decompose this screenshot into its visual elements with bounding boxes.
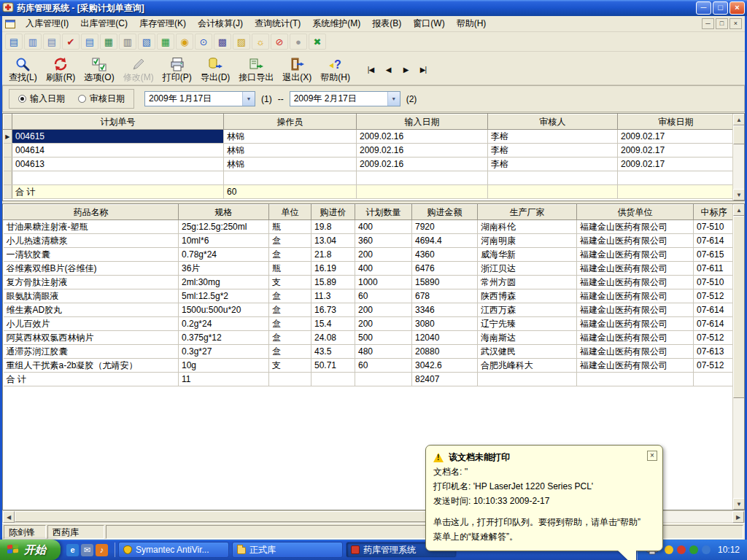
cell[interactable]: 60 bbox=[355, 289, 412, 303]
report-icon[interactable]: ▥ bbox=[119, 34, 136, 50]
quicklaunch-mail-icon[interactable]: ✉ bbox=[81, 544, 93, 556]
details-table-row[interactable]: 一清软胶囊0.78g*24盒21.82004360威海华新福建金山医药有限公司0… bbox=[4, 248, 735, 262]
money-icon[interactable]: ◉ bbox=[176, 34, 193, 50]
dropdown-arrow-icon[interactable] bbox=[387, 92, 400, 106]
details-column-header-5[interactable]: 计划数量 bbox=[355, 205, 412, 220]
cell[interactable]: 07-512 bbox=[694, 359, 735, 373]
balloon-body-line1[interactable]: 单击这儿，打开打印队列。要得到帮助，请单击“帮助” bbox=[433, 516, 655, 529]
cell[interactable]: 07-611 bbox=[694, 262, 735, 276]
cell[interactable]: 4694.4 bbox=[412, 234, 478, 248]
cell[interactable]: 2009.02.16 bbox=[357, 144, 488, 158]
plans-column-header-1[interactable]: 计划单号 bbox=[12, 114, 224, 130]
cell[interactable]: 重组人干扰素a-2b凝胶（尤靖安） bbox=[4, 359, 179, 373]
export-button[interactable]: 导出(D) bbox=[197, 53, 234, 84]
next-record-button[interactable]: ▶ bbox=[398, 62, 414, 77]
lamp-icon[interactable]: ☼ bbox=[252, 34, 269, 50]
cell[interactable]: 3346 bbox=[412, 303, 478, 317]
cell[interactable]: 004614 bbox=[12, 144, 224, 158]
cell[interactable]: 辽宁先臻 bbox=[478, 317, 577, 331]
cell[interactable]: 07-614 bbox=[694, 303, 735, 317]
cell[interactable]: 07-614 bbox=[694, 234, 735, 248]
save-doc-icon[interactable]: ▥ bbox=[24, 34, 42, 50]
minimize-button[interactable]: ─ bbox=[696, 1, 711, 15]
options-button[interactable]: 选项(O) bbox=[80, 53, 117, 84]
cell[interactable]: 盒 bbox=[269, 345, 311, 359]
details-table-row[interactable]: 谷维素双维B片(谷维佳)36片瓶16.194006476浙江贝达福建金山医药有限… bbox=[4, 262, 735, 276]
cell[interactable]: 10ml*6 bbox=[179, 234, 269, 248]
cell[interactable]: 眼氨肽滴眼液 bbox=[4, 289, 179, 303]
cell[interactable]: 福建金山医药有限公司 bbox=[577, 220, 694, 234]
quicklaunch-media-icon[interactable]: ♪ bbox=[96, 544, 108, 556]
cell[interactable]: 小儿热速清糖浆 bbox=[4, 234, 179, 248]
details-table-row[interactable]: 通滞苏润江胶囊0.3g*27盒43.548020880武汉健民福建金山医药有限公… bbox=[4, 345, 735, 359]
menu-item-6[interactable]: 系统维护(M) bbox=[306, 15, 366, 32]
plans-table-row[interactable]: 004613林锦2009.02.16李榕2009.02.17 bbox=[4, 158, 735, 171]
cell[interactable]: 林锦 bbox=[224, 130, 357, 144]
cell[interactable]: 武汉健民 bbox=[478, 345, 577, 359]
scroll-down-button[interactable] bbox=[733, 189, 745, 201]
cell[interactable]: 004615 bbox=[12, 130, 224, 144]
details-column-header-2[interactable]: 规格 bbox=[179, 205, 269, 220]
last-record-button[interactable]: ▶| bbox=[415, 62, 431, 77]
cell[interactable]: 2ml:30mg bbox=[179, 276, 269, 289]
first-record-button[interactable]: |◀ bbox=[363, 62, 379, 77]
cell[interactable]: 0.375g*12 bbox=[179, 331, 269, 345]
details-column-header-6[interactable]: 购进金额 bbox=[412, 205, 478, 220]
cell[interactable]: 3042.6 bbox=[412, 359, 478, 373]
cell[interactable]: 480 bbox=[355, 345, 412, 359]
cell[interactable]: 一清软胶囊 bbox=[4, 248, 179, 262]
cell[interactable]: 07-510 bbox=[694, 220, 735, 234]
cell[interactable]: 2009.02.16 bbox=[357, 130, 488, 144]
cell[interactable]: 678 bbox=[412, 289, 478, 303]
quicklaunch-ie-icon[interactable]: e bbox=[66, 544, 79, 556]
refresh-button[interactable]: 刷新(R) bbox=[42, 53, 80, 84]
cell[interactable]: 福建金山医药有限公司 bbox=[577, 303, 694, 317]
cell[interactable]: 河南明康 bbox=[478, 234, 577, 248]
details-column-header-8[interactable]: 供货单位 bbox=[577, 205, 694, 220]
date-to-combobox[interactable]: 2009年 2月17日 bbox=[290, 91, 400, 106]
cell[interactable]: 200 bbox=[355, 317, 412, 331]
details-column-header-3[interactable]: 单位 bbox=[269, 205, 311, 220]
stop-icon[interactable]: ⊘ bbox=[271, 34, 288, 50]
menu-item-1[interactable]: 入库管理(I) bbox=[20, 15, 74, 32]
tray-security-icon[interactable] bbox=[689, 545, 698, 554]
table-icon[interactable]: ▦ bbox=[100, 34, 117, 50]
cell[interactable]: 0.78g*24 bbox=[179, 248, 269, 262]
plans-column-header-5[interactable]: 审核日期 bbox=[618, 114, 735, 130]
plans-table-row[interactable]: 004614林锦2009.02.16李榕2009.02.17 bbox=[4, 144, 735, 158]
cell[interactable]: 07-510 bbox=[694, 276, 735, 289]
menu-item-2[interactable]: 出库管理(C) bbox=[74, 15, 133, 32]
cell[interactable]: 7920 bbox=[412, 220, 478, 234]
cell[interactable]: 福建金山医药有限公司 bbox=[577, 317, 694, 331]
tray-network-icon[interactable] bbox=[702, 545, 711, 554]
scroll-thumb[interactable] bbox=[733, 216, 745, 398]
cell[interactable]: 6476 bbox=[412, 262, 478, 276]
help-button[interactable]: ?帮助(H) bbox=[317, 53, 354, 84]
cell[interactable]: 200 bbox=[355, 303, 412, 317]
cell[interactable]: 海南斯达 bbox=[478, 331, 577, 345]
mdi-close-button[interactable]: × bbox=[729, 18, 742, 29]
menu-item-8[interactable]: 窗口(W) bbox=[407, 15, 450, 32]
details-table-row[interactable]: 小儿百效片0.2g*24盒15.42003080辽宁先臻福建金山医药有限公司07… bbox=[4, 317, 735, 331]
cell[interactable]: 0.2g*24 bbox=[179, 317, 269, 331]
print-button[interactable]: 打印(P) bbox=[159, 53, 196, 84]
cell[interactable]: 200 bbox=[355, 248, 412, 262]
cell[interactable]: 李榕 bbox=[488, 158, 618, 171]
plans-table-row[interactable]: ▶004615林锦2009.02.16李榕2009.02.17 bbox=[4, 130, 735, 144]
details-table-row[interactable]: 维生素AD胶丸1500u:500u*20盒16.732003346江西万森福建金… bbox=[4, 303, 735, 317]
plans-column-header-2[interactable]: 操作员 bbox=[224, 114, 357, 130]
dropdown-arrow-icon[interactable] bbox=[242, 92, 255, 106]
small-grid-icon[interactable]: ▩ bbox=[214, 34, 231, 50]
cell[interactable]: 谷维素双维B片(谷维佳) bbox=[4, 262, 179, 276]
cell[interactable]: 400 bbox=[355, 220, 412, 234]
cell[interactable]: 浙江贝达 bbox=[478, 262, 577, 276]
cell[interactable]: 福建金山医药有限公司 bbox=[577, 359, 694, 373]
menu-item-9[interactable]: 帮助(H) bbox=[451, 15, 492, 32]
plans-column-header-4[interactable]: 审核人 bbox=[488, 114, 618, 130]
prev-record-button[interactable]: ◀ bbox=[380, 62, 396, 77]
close-button[interactable]: × bbox=[729, 1, 745, 15]
key-icon[interactable]: ▨ bbox=[233, 34, 250, 50]
export-table-icon[interactable]: ▧ bbox=[138, 34, 155, 50]
cell[interactable]: 盒 bbox=[269, 317, 311, 331]
cell[interactable]: 360 bbox=[355, 234, 412, 248]
